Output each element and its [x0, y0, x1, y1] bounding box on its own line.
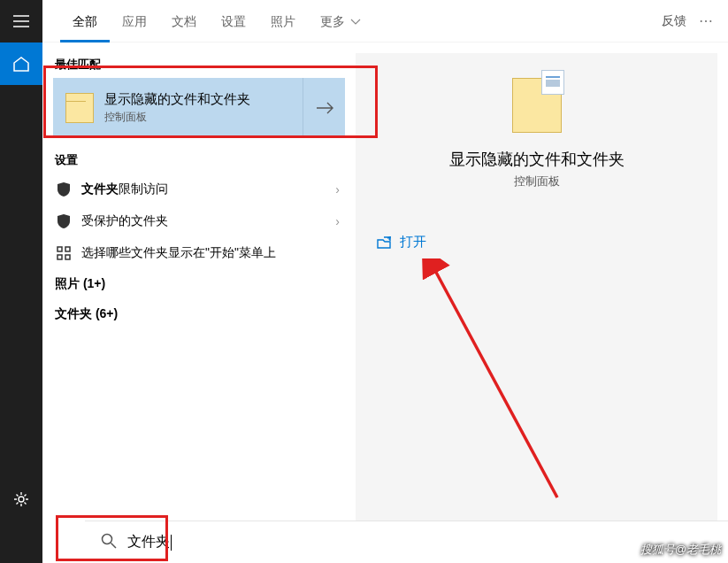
shield-icon: [55, 212, 73, 230]
best-match-sub: 控制面板: [104, 110, 250, 125]
list-item[interactable]: 选择哪些文件夹显示在"开始"菜单上: [53, 237, 345, 269]
preview-sub: 控制面板: [514, 174, 560, 189]
list-item-label: 受保护的文件夹: [81, 213, 168, 229]
search-input[interactable]: 文件夹: [127, 533, 172, 551]
open-label: 打开: [400, 234, 426, 251]
tab-bar: 全部 应用 文档 设置 照片 更多 反馈 ⋯: [42, 0, 728, 42]
chevron-right-icon: ›: [335, 182, 340, 197]
svg-rect-2: [65, 247, 70, 251]
chevron-down-icon: [350, 13, 361, 29]
home-icon[interactable]: [0, 42, 42, 85]
tabs-right: 反馈 ⋯: [662, 12, 719, 29]
preview-title: 显示隐藏的文件和文件夹: [449, 149, 625, 170]
svg-rect-3: [57, 255, 62, 259]
photos-category[interactable]: 照片 (1+): [53, 269, 345, 299]
list-item[interactable]: 文件夹限制访问 ›: [53, 174, 345, 205]
best-match-title: 显示隐藏的文件和文件夹: [104, 91, 250, 108]
tab-docs[interactable]: 文档: [159, 0, 209, 42]
best-match-text: 显示隐藏的文件和文件夹 控制面板: [104, 91, 250, 125]
search-bar[interactable]: 文件夹: [85, 521, 728, 563]
folder-icon: [65, 93, 94, 123]
tab-all[interactable]: 全部: [60, 0, 110, 42]
shield-icon: [55, 181, 73, 198]
open-button[interactable]: 打开: [377, 234, 426, 251]
svg-point-5: [103, 534, 112, 544]
tab-photos[interactable]: 照片: [258, 0, 308, 42]
tab-apps[interactable]: 应用: [110, 0, 159, 42]
svg-rect-4: [65, 255, 70, 259]
expand-arrow-icon[interactable]: [303, 78, 345, 138]
chevron-right-icon: ›: [335, 214, 340, 228]
svg-rect-1: [57, 247, 62, 251]
tab-settings[interactable]: 设置: [209, 0, 258, 42]
feedback-link[interactable]: 反馈: [662, 13, 686, 29]
hamburger-icon[interactable]: [0, 0, 42, 42]
gear-icon[interactable]: [0, 478, 42, 521]
more-options-icon[interactable]: ⋯: [694, 12, 719, 29]
preview-pane: 显示隐藏的文件和文件夹 控制面板 打开: [356, 53, 717, 552]
search-icon: [101, 533, 117, 552]
main-area: 全部 应用 文档 设置 照片 更多 反馈 ⋯ 最佳匹配 显示隐藏的文件和文件夹 …: [42, 0, 728, 563]
list-item-label: 选择哪些文件夹显示在"开始"菜单上: [81, 245, 276, 261]
best-match-label: 最佳匹配: [53, 51, 345, 78]
folders-category[interactable]: 文件夹 (6+): [53, 299, 345, 329]
list-item[interactable]: 受保护的文件夹 ›: [53, 205, 345, 237]
svg-point-0: [19, 497, 24, 502]
grid-icon: [55, 244, 73, 262]
list-item-label: 文件夹限制访问: [81, 181, 168, 197]
results-column: 最佳匹配 显示隐藏的文件和文件夹 控制面板 设置 文件夹限制访问 ›: [42, 42, 356, 563]
open-icon: [377, 236, 391, 249]
best-match-item[interactable]: 显示隐藏的文件和文件夹 控制面板: [53, 78, 345, 138]
folder-large-icon: [512, 78, 562, 133]
sidebar-rail: [0, 0, 42, 563]
watermark: 搜狐号@老毛桃: [640, 542, 721, 558]
settings-section-label: 设置: [53, 145, 345, 174]
